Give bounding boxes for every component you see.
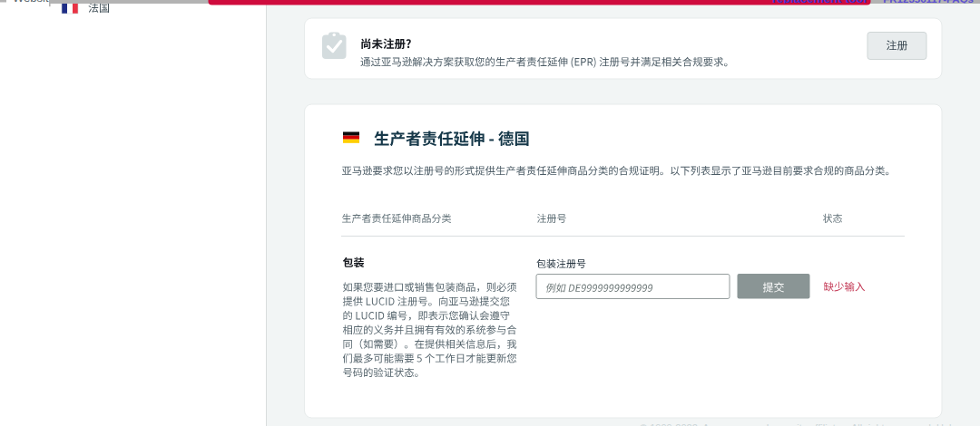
svg-text:Website: Website <box>13 0 55 5</box>
svg-text:© 1999-2022, Amazon.com, Inc.: © 1999-2022, Amazon.com, Inc. or its aff… <box>640 422 957 426</box>
